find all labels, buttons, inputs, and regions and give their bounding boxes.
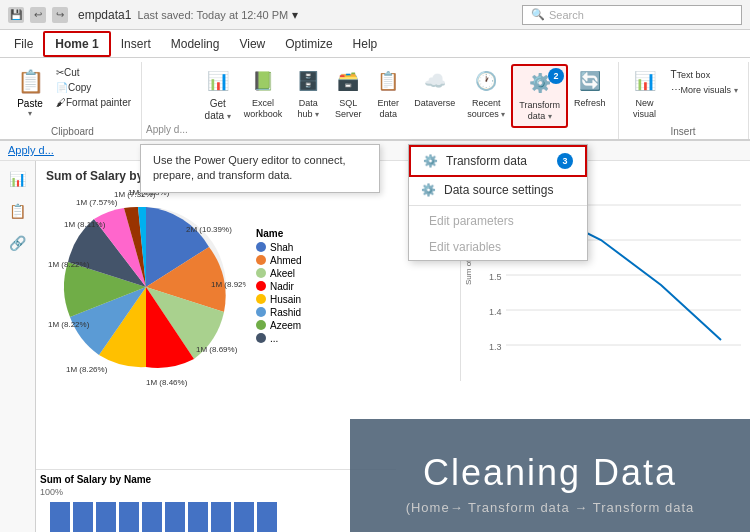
new-visual-button[interactable]: 📊 Newvisual xyxy=(625,64,665,124)
bar-8 xyxy=(211,502,231,532)
legend-dot-azeem xyxy=(256,320,266,330)
menu-optimize[interactable]: Optimize xyxy=(275,33,342,55)
menu-modeling[interactable]: Modeling xyxy=(161,33,230,55)
legend-azeem: Azeem xyxy=(256,320,302,331)
legend-more: ... xyxy=(256,333,302,344)
bar-6 xyxy=(165,502,185,532)
menu-bar: File Home 1 Insert Modeling View Optimiz… xyxy=(0,30,750,58)
pie-legend: Name Shah Ahmed Akeel Nadir xyxy=(256,228,302,346)
edit-params-label: Edit parameters xyxy=(429,214,514,228)
paste-button[interactable]: 📋 Paste ▾ xyxy=(10,64,50,120)
excel-icon: 📗 xyxy=(249,68,277,96)
save-icon[interactable]: 💾 xyxy=(8,7,24,23)
data-hub-button[interactable]: 🗄️ Datahub ▾ xyxy=(288,64,328,124)
legend-dot-rashid xyxy=(256,307,266,317)
dataverse-icon: ☁️ xyxy=(421,68,449,96)
sql-icon: 🗃️ xyxy=(334,68,362,96)
dropdown-transform-data[interactable]: ⚙️ Transform data 3 xyxy=(409,145,587,177)
pie-label-other2: 1M (7.57%) xyxy=(76,198,118,207)
format-painter-icon: 🖌 xyxy=(56,97,66,108)
transform-dropdown: ⚙️ Transform data 3 ⚙️ Data source setti… xyxy=(408,144,588,261)
paste-label: Paste xyxy=(17,98,43,109)
menu-help[interactable]: Help xyxy=(343,33,388,55)
sidebar: 📊 📋 🔗 xyxy=(0,161,36,532)
insert-group: 📊 Newvisual T Text box ⋯ More visuals ▾ … xyxy=(619,62,749,139)
dropdown-transform-label: Transform data xyxy=(446,154,527,168)
copy-button[interactable]: 📄 Copy xyxy=(52,81,135,94)
y-1.5: 1.5 xyxy=(489,272,502,282)
cleaning-subtitle: (Home→ Transform data → Transform data xyxy=(406,500,695,515)
legend-ahmed: Ahmed xyxy=(256,255,302,266)
bar-4 xyxy=(119,502,139,532)
refresh-button[interactable]: 🔄 Refresh xyxy=(568,64,612,113)
legend-nadir: Nadir xyxy=(256,281,302,292)
excel-workbook-button[interactable]: 📗 Excelworkbook xyxy=(238,64,289,124)
text-box-button[interactable]: T Text box xyxy=(667,68,742,81)
dropdown-transform-badge: 3 xyxy=(557,153,573,169)
title-bar: 💾 ↩ ↪ empdata1 Last saved: Today at 12:4… xyxy=(0,0,750,30)
apply-label: Apply d... xyxy=(146,124,188,135)
tooltip: Use the Power Query editor to connect, p… xyxy=(140,144,380,193)
dropdown-divider xyxy=(409,205,587,206)
tooltip-text: Use the Power Query editor to connect, p… xyxy=(153,154,346,181)
get-data-icon: 📊 xyxy=(204,68,232,96)
sidebar-chart-icon[interactable]: 📊 xyxy=(4,165,32,193)
menu-home[interactable]: Home 1 xyxy=(43,31,110,57)
dataverse-button[interactable]: ☁️ Dataverse xyxy=(408,64,461,113)
legend-akeel: Akeel xyxy=(256,268,302,279)
pie-label-akeel: 1M (8.69%) xyxy=(196,345,238,354)
apply-link[interactable]: Apply d... xyxy=(8,144,54,156)
dropdown-edit-parameters: Edit parameters xyxy=(409,208,587,234)
dropdown-edit-variables: Edit variables xyxy=(409,234,587,260)
recent-sources-button[interactable]: 🕐 Recentsources ▾ xyxy=(461,64,511,124)
pie-label-azeem: 1M (8.22%) xyxy=(48,260,90,269)
sidebar-model-icon[interactable]: 🔗 xyxy=(4,229,32,257)
undo-icon[interactable]: ↩ xyxy=(30,7,46,23)
menu-insert[interactable]: Insert xyxy=(111,33,161,55)
bar-chart-svg xyxy=(40,497,380,532)
legend-dot-husain xyxy=(256,294,266,304)
dropdown-arrow[interactable]: ▾ xyxy=(292,8,298,22)
enter-data-button[interactable]: 📋 Enterdata xyxy=(368,64,408,124)
pie-label-nadir: 1M (8.46%) xyxy=(146,378,188,387)
bar-7 xyxy=(188,502,208,532)
paste-chevron: ▾ xyxy=(28,109,32,118)
dropdown-datasource-settings[interactable]: ⚙️ Data source settings xyxy=(409,177,587,203)
y-1.4: 1.4 xyxy=(489,307,502,317)
pie-label-shah: 2M (10.39%) xyxy=(186,225,232,234)
legend-dot-akeel xyxy=(256,268,266,278)
pie-label-other1: 1M (8.11%) xyxy=(64,220,106,229)
filename: empdata1 xyxy=(78,8,131,22)
cleaning-overlay: Cleaning Data (Home→ Transform data → Tr… xyxy=(350,419,750,532)
refresh-icon: 🔄 xyxy=(576,68,604,96)
legend-dot-more xyxy=(256,333,266,343)
redo-icon[interactable]: ↪ xyxy=(52,7,68,23)
datasource-settings-icon: ⚙️ xyxy=(421,183,436,197)
search-icon: 🔍 xyxy=(531,8,545,21)
datasource-settings-label: Data source settings xyxy=(444,183,553,197)
pie-chart-svg: 2M (10.39%) 1M (8.92%) 1M (8.69%) 1M (8.… xyxy=(46,187,246,387)
get-data-button[interactable]: 📊 Getdata ▾ xyxy=(198,64,238,126)
more-visuals-icon: ⋯ xyxy=(671,84,681,95)
cleaning-title: Cleaning Data xyxy=(423,452,677,494)
bar-3 xyxy=(96,502,116,532)
format-painter-button[interactable]: 🖌 Format painter xyxy=(52,96,135,109)
clipboard-label: Clipboard xyxy=(10,124,135,137)
menu-file[interactable]: File xyxy=(4,33,43,55)
bar-9 xyxy=(234,502,254,532)
bar-chart-title: Sum of Salary by Name xyxy=(40,474,392,485)
search-box[interactable]: 🔍 Search xyxy=(522,5,742,25)
main-layout: 📊 📋 🔗 Sum of Salary by Name xyxy=(0,161,750,532)
enter-data-icon: 📋 xyxy=(374,68,402,96)
sql-server-button[interactable]: 🗃️ SQLServer xyxy=(328,64,368,124)
sidebar-data-icon[interactable]: 📋 xyxy=(4,197,32,225)
cut-button[interactable]: ✂ Cut xyxy=(52,66,135,79)
bar-10 xyxy=(257,502,277,532)
transform-data-button[interactable]: 2 ⚙️ Transformdata ▾ xyxy=(511,64,568,128)
dropdown-transform-icon: ⚙️ xyxy=(423,154,438,168)
legend-dot-shah xyxy=(256,242,266,252)
more-visuals-button[interactable]: ⋯ More visuals ▾ xyxy=(667,83,742,96)
copy-icon: 📄 xyxy=(56,82,68,93)
legend-rashid: Rashid xyxy=(256,307,302,318)
menu-view[interactable]: View xyxy=(229,33,275,55)
